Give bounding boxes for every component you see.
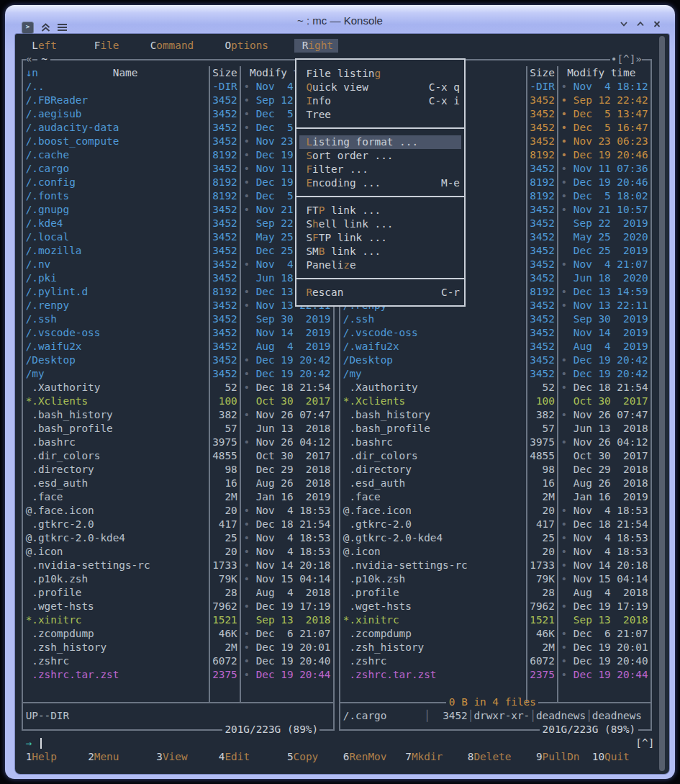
file-name[interactable]: /Desktop [26,353,76,367]
menubar-item-left[interactable]: Left [32,39,57,53]
file-name[interactable]: .esd_auth [343,477,405,490]
file-name[interactable]: .profile [26,586,82,600]
menubar-item-command[interactable]: Command [150,39,194,53]
file-name[interactable]: /.kde4 [26,217,63,230]
menu-item-file-listing[interactable]: File listing [296,67,464,81]
file-name[interactable]: /.vscode-oss [343,326,418,340]
close-button[interactable] [652,19,662,29]
file-name[interactable]: /.ssh [26,312,57,326]
file-name[interactable]: .zcompdump [26,627,94,641]
file-name[interactable]: /.waifu2x [26,340,82,353]
file-name[interactable]: @.face.icon [26,504,94,518]
menubar-item-options[interactable]: Options [225,39,268,53]
file-name[interactable]: @.icon [26,545,63,559]
file-name[interactable]: /.boost_compute [26,135,119,148]
history-indicator[interactable]: [^] [635,736,654,750]
file-name[interactable]: /.cargo [26,162,70,176]
file-name[interactable]: /Desktop [343,353,393,367]
file-name[interactable]: /.local [26,230,70,244]
column-header-size[interactable]: Size [212,66,237,80]
file-name[interactable]: .bashrc [343,436,393,449]
fkey-10[interactable]: 10Quit [592,750,630,764]
file-name[interactable]: .gtkrc-2.0 [343,518,412,531]
file-name[interactable]: .bash_history [26,408,113,422]
file-name[interactable]: /.audacity-data [26,121,119,135]
file-name[interactable]: .esd_auth [26,477,88,490]
scrollbar[interactable] [659,36,665,771]
file-name[interactable]: @.face.icon [343,504,412,518]
file-name[interactable]: /.vscode-oss [26,326,101,340]
file-name[interactable]: .zsh_history [343,641,424,654]
file-name[interactable]: /.mozilla [26,244,82,258]
file-name[interactable]: @.icon [343,545,381,559]
file-name[interactable]: /.cache [26,148,70,162]
file-name[interactable]: /.. [26,80,45,94]
fkey-2[interactable]: 2Menu [88,750,119,764]
file-name[interactable]: .zcompdump [343,627,412,641]
file-name[interactable]: /.ssh [343,312,374,326]
fkey-7[interactable]: 7Mkdir [405,750,443,764]
file-name[interactable]: .dir_colors [343,449,418,463]
file-name[interactable]: .wget-hsts [343,600,412,613]
file-name[interactable]: .wget-hsts [26,600,94,613]
fkey-1[interactable]: 1Help [26,750,57,764]
file-name[interactable]: *.xinitrc [26,613,82,627]
file-name[interactable]: .bash_profile [343,422,430,436]
maximize-button[interactable] [635,19,645,29]
file-name[interactable]: .gtkrc-2.0 [26,518,94,531]
file-name[interactable]: .zsh_history [26,641,106,654]
file-name[interactable]: .profile [343,586,399,600]
file-name[interactable]: .directory [26,463,94,477]
file-name[interactable]: .face [26,490,63,504]
file-name[interactable]: /.FBReader [26,94,88,107]
menu-item-quick-view[interactable]: Quick viewC-x q [296,81,464,94]
menu-item-sort-order[interactable]: Sort order ... [296,149,464,163]
fkey-4[interactable]: 4Edit [219,750,250,764]
file-name[interactable]: .zshrc [343,654,387,668]
file-name[interactable]: /.nv [26,258,51,271]
file-name[interactable]: .face [343,490,381,504]
menubar-item-right[interactable]: Right [302,39,333,53]
file-name[interactable]: .zshrc [26,654,70,668]
menu-item-filter[interactable]: Filter ... [296,163,464,176]
file-name[interactable]: .Xauthority [26,381,101,395]
file-name[interactable]: .nvidia-settings-rc [343,559,468,572]
file-name[interactable]: /my [343,367,362,381]
file-name[interactable]: /.aegisub [26,107,82,121]
file-name[interactable]: /.config [26,176,76,189]
file-name[interactable]: .p10k.zsh [26,572,88,586]
fkey-8[interactable]: 8Delete [468,750,512,764]
file-name[interactable]: .bashrc [26,436,76,449]
file-name[interactable]: /my [26,367,45,381]
file-name[interactable]: /.gnupg [26,203,70,217]
fkey-3[interactable]: 3View [156,750,187,764]
menu-item-tree[interactable]: Tree [296,108,464,122]
file-name[interactable]: .bash_profile [26,422,113,436]
file-name[interactable]: .p10k.zsh [343,572,405,586]
fkey-9[interactable]: 9PullDn [536,750,580,764]
menu-item-panelize[interactable]: Panelize [296,258,464,272]
column-header-mtime[interactable]: Modify time [567,66,635,80]
menu-item-ftp-link[interactable]: FTP link ... [296,204,464,217]
file-name[interactable]: *.Xclients [343,395,405,408]
titlebar[interactable]: > ~ : mc — Konsole [5,5,675,34]
file-name[interactable]: *.xinitrc [343,613,399,627]
menu-item-encoding[interactable]: Encoding ...M-e [296,176,464,190]
file-name[interactable]: @.gtkrc-2.0-kde4 [343,531,443,545]
file-name[interactable]: .zshrc.tar.zst [343,668,437,682]
fkey-5[interactable]: 5Copy [287,750,318,764]
column-header-name[interactable]: Name [113,66,138,80]
menu-item-sftp-link[interactable]: SFTP link ... [296,231,464,245]
file-name[interactable]: /.renpy [26,299,70,312]
file-name[interactable]: /.pylint.d [26,285,88,299]
menubar-item-file[interactable]: File [94,39,119,53]
sort-indicator[interactable]: ↓n [26,66,38,80]
file-name[interactable]: .directory [343,463,412,477]
menu-item-info[interactable]: InfoC-x i [296,94,464,108]
menu-item-rescan[interactable]: RescanC-r [296,286,464,299]
file-name[interactable]: .bash_history [343,408,430,422]
file-name[interactable]: *.Xclients [26,395,88,408]
fkey-6[interactable]: 6RenMov [343,750,387,764]
file-name[interactable]: .nvidia-settings-rc [26,559,150,572]
file-name[interactable]: /.pki [26,271,57,285]
